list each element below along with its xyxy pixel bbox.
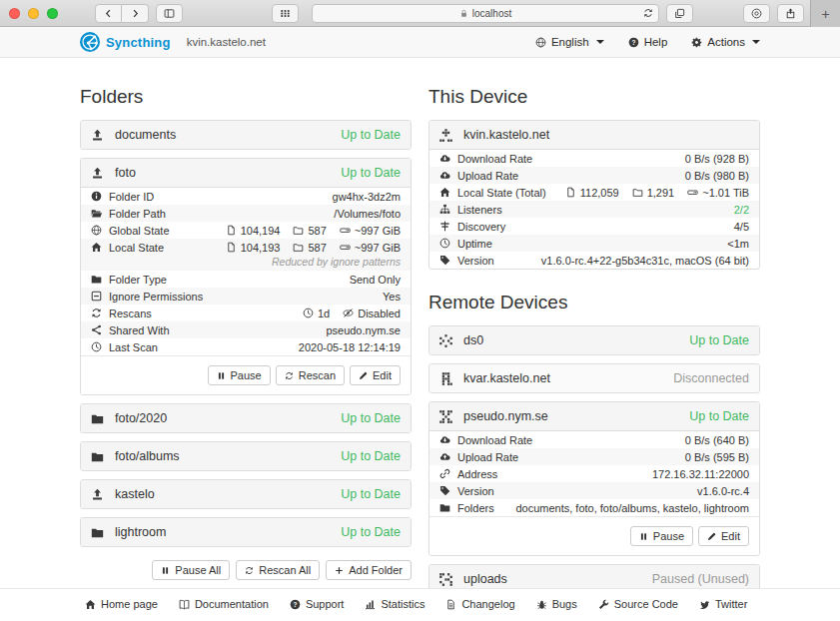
folder-panel-documents: documents Up to Date xyxy=(80,120,412,150)
folder-name: kastelo xyxy=(115,487,155,501)
extension-icon xyxy=(751,8,762,19)
table-row: Upload Rate 0 B/s (980 B) xyxy=(429,167,759,184)
hdd-icon xyxy=(687,187,698,198)
link-label: Changelog xyxy=(461,598,514,610)
row-label: Global State xyxy=(109,225,170,237)
share-button[interactable] xyxy=(777,4,804,23)
link-label: Home page xyxy=(101,598,158,610)
duplicate-tab-button[interactable] xyxy=(666,4,693,23)
row-value: 0 B/s (928 B) xyxy=(685,153,749,165)
folder-status: Up to Date xyxy=(341,166,401,180)
extension-button[interactable] xyxy=(743,4,770,23)
rescan-button[interactable]: Rescan xyxy=(276,365,345,385)
folder-row-foto[interactable]: foto Up to Date xyxy=(81,159,411,187)
button-label: Pause All xyxy=(175,564,221,576)
close-window-button[interactable] xyxy=(9,8,20,19)
file-icon xyxy=(226,242,237,253)
tab-overview-button[interactable] xyxy=(272,4,299,23)
this-device-panel: kvin.kastelo.net Download Rate 0 B/s (92… xyxy=(428,120,760,270)
folder-icon xyxy=(91,526,104,539)
table-row: Shared With pseudo.nym.se xyxy=(81,321,411,338)
folder-icon xyxy=(439,502,450,513)
reload-button[interactable] xyxy=(643,8,653,19)
row-label: Local State xyxy=(109,242,164,254)
footer-link-bugs[interactable]: Bugs xyxy=(536,598,577,610)
dir-count: 587 xyxy=(308,242,326,254)
forward-button[interactable] xyxy=(122,4,149,23)
chevron-right-icon xyxy=(130,8,141,19)
address-bar[interactable]: localhost xyxy=(312,4,659,23)
actions-menu[interactable]: Actions xyxy=(691,36,760,48)
pause-button[interactable]: Pause xyxy=(208,365,271,385)
pause-all-folders-button[interactable]: Pause All xyxy=(152,560,230,580)
folder-name: foto/albums xyxy=(115,449,180,463)
footer-link-source-code[interactable]: Source Code xyxy=(598,598,678,610)
wrench-icon xyxy=(598,599,609,610)
edit-device-button[interactable]: Edit xyxy=(698,526,749,546)
info-circle-icon xyxy=(91,191,102,202)
row-value: documents, foto, foto/albums, kastelo, l… xyxy=(515,502,749,514)
zoom-window-button[interactable] xyxy=(47,8,58,19)
row-label: Discovery xyxy=(457,221,505,233)
cloud-download-icon xyxy=(439,153,450,164)
caret-down-icon xyxy=(752,40,760,44)
rescan-all-button[interactable]: Rescan All xyxy=(236,560,320,580)
pencil-icon xyxy=(359,371,368,380)
folder-row-kastelo[interactable]: kastelo Up to Date xyxy=(81,480,411,508)
new-tab-button[interactable]: + xyxy=(810,0,840,27)
device-row-kvar[interactable]: kvar.kastelo.net Disconnected xyxy=(429,364,759,392)
device-panel-kvar: kvar.kastelo.net Disconnected xyxy=(428,363,760,393)
folder-panel-lightroom: lightroom Up to Date xyxy=(80,517,412,547)
reload-icon xyxy=(643,8,653,18)
device-details-table: Download Rate 0 B/s (640 B) Upload Rate … xyxy=(429,430,759,516)
folder-outline-icon xyxy=(293,225,304,236)
help-menu[interactable]: Help xyxy=(628,36,668,48)
footer-link-statistics[interactable]: Statistics xyxy=(365,598,424,610)
pause-device-button[interactable]: Pause xyxy=(630,526,693,546)
footer-link-twitter[interactable]: Twitter xyxy=(699,598,747,610)
cloud-upload-icon xyxy=(439,451,450,462)
plus-glyph: + xyxy=(821,6,829,22)
folder-open-icon xyxy=(91,208,102,219)
add-folder-button[interactable]: Add Folder xyxy=(326,560,412,580)
this-device-row[interactable]: kvin.kastelo.net xyxy=(429,121,759,149)
caret-down-icon xyxy=(596,40,604,44)
file-count: 104,194 xyxy=(241,225,281,237)
footer-link-changelog[interactable]: Changelog xyxy=(445,598,514,610)
host-name: kvin.kastelo.net xyxy=(187,36,266,48)
home-icon xyxy=(91,242,102,253)
minimize-window-button[interactable] xyxy=(28,8,39,19)
edit-button[interactable]: Edit xyxy=(350,365,401,385)
folder-panel-foto2020: foto/2020 Up to Date xyxy=(80,403,412,433)
back-button[interactable] xyxy=(95,4,122,23)
sidebar-toggle-button[interactable] xyxy=(156,4,183,23)
footer-link-support[interactable]: Support xyxy=(290,598,345,610)
footer-link-homepage[interactable]: Home page xyxy=(85,598,158,610)
device-row-ds0[interactable]: ds0 Up to Date xyxy=(429,326,759,354)
device-status: Up to Date xyxy=(689,409,749,423)
brand[interactable]: Syncthing xyxy=(80,32,171,52)
upload-icon xyxy=(91,488,104,501)
folder-row-fotoalbums[interactable]: foto/albums Up to Date xyxy=(81,442,411,470)
language-menu[interactable]: English xyxy=(535,36,604,48)
link-icon xyxy=(439,468,450,479)
folder-panel-fotoalbums: foto/albums Up to Date xyxy=(80,441,412,471)
question-circle-icon xyxy=(628,37,639,48)
folder-row-documents[interactable]: documents Up to Date xyxy=(81,121,411,149)
device-row-pseudo[interactable]: pseudo.nym.se Up to Date xyxy=(429,402,759,430)
device-panel-ds0: ds0 Up to Date xyxy=(428,325,760,355)
folder-row-foto2020[interactable]: foto/2020 Up to Date xyxy=(81,404,411,432)
row-label: Download Rate xyxy=(457,434,532,446)
size-value: ~1.01 TiB xyxy=(702,187,749,199)
link-label: Twitter xyxy=(715,598,747,610)
page-footer: Home page Documentation Support Statisti… xyxy=(0,588,840,621)
footer-link-documentation[interactable]: Documentation xyxy=(179,598,269,610)
file-icon xyxy=(226,225,237,236)
folder-row-lightroom[interactable]: lightroom Up to Date xyxy=(81,518,411,546)
row-value: gw4hx-3dz2m xyxy=(333,191,401,203)
folder-icon xyxy=(91,274,102,285)
refresh-icon xyxy=(245,566,254,575)
bar-chart-icon xyxy=(365,599,376,610)
sidebar-icon xyxy=(164,8,175,19)
folders-column: Folders documents Up to Date foto Up to … xyxy=(80,80,412,621)
